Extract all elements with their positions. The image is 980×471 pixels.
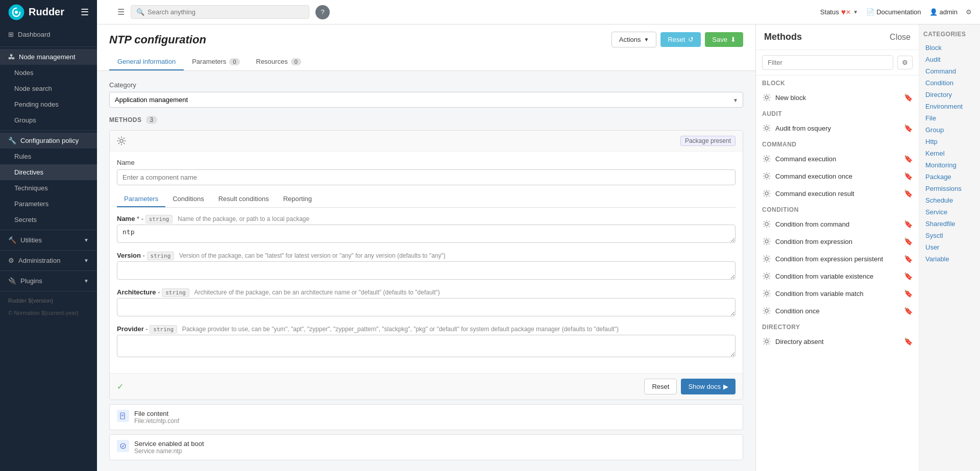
cat-schedule[interactable]: Schedule <box>923 194 976 206</box>
svg-point-15 <box>765 275 768 278</box>
category-select[interactable]: Application management <box>109 92 743 108</box>
sidebar-section-node-management[interactable]: 🖧 Node management <box>0 49 97 65</box>
save-icon: ⬇ <box>730 36 736 43</box>
cat-user[interactable]: User <box>923 241 976 253</box>
sidebar-divider-3 <box>0 230 97 230</box>
method-list-item-dir-absent[interactable]: Directory absent 🔖 <box>756 333 919 350</box>
cat-monitoring[interactable]: Monitoring <box>923 159 976 171</box>
category-group: Category Application management <box>109 81 743 108</box>
method-list-item-cond-expr-persistent[interactable]: Condition from expression persistent 🔖 <box>756 250 919 267</box>
bookmark-cond-once[interactable]: 🔖 <box>904 307 913 315</box>
documentation-link[interactable]: 📄 Documentation <box>866 8 921 16</box>
cat-package[interactable]: Package <box>923 171 976 183</box>
method-list-item-cond-once[interactable]: Condition once 🔖 <box>756 302 919 319</box>
bookmark-cond-var-match[interactable]: 🔖 <box>904 289 913 298</box>
param-provider-input[interactable] <box>117 335 736 357</box>
cat-group[interactable]: Group <box>923 124 976 136</box>
sidebar-item-techniques[interactable]: Techniques <box>0 180 97 196</box>
method-list-item-cond-var-match[interactable]: Condition from variable match 🔖 <box>756 285 919 302</box>
component-name-input[interactable] <box>117 169 736 185</box>
admin-menu[interactable]: 👤 admin <box>929 8 958 16</box>
method-list-item-cmd-exec[interactable]: Command execution 🔖 <box>756 150 919 167</box>
cat-kernel[interactable]: Kernel <box>923 147 976 159</box>
bookmark-cond-cmd[interactable]: 🔖 <box>904 220 913 228</box>
method-tab-parameters[interactable]: Parameters <box>117 191 165 207</box>
cat-directory[interactable]: Directory <box>923 89 976 101</box>
sidebar-item-node-search[interactable]: Node search <box>0 81 97 96</box>
tab-resources[interactable]: Resources 0 <box>248 54 309 70</box>
method-list-item-new-block[interactable]: New block 🔖 <box>756 89 919 106</box>
save-button[interactable]: Save ⬇ <box>705 32 743 47</box>
param-name-input[interactable]: ntp <box>117 225 736 243</box>
sidebar-toggle-main[interactable]: ☰ <box>117 7 125 17</box>
cat-environment[interactable]: Environment <box>923 101 976 112</box>
tab-general-information[interactable]: General information <box>109 54 184 70</box>
sidebar-section-config-policy[interactable]: 🔧 Configuration policy <box>0 133 97 148</box>
method-list-item-cond-cmd[interactable]: Condition from command 🔖 <box>756 215 919 233</box>
sidebar-item-groups[interactable]: Groups <box>0 112 97 128</box>
status-badge[interactable]: Status ♥ ✕ ▼ <box>820 8 858 17</box>
sidebar-item-pending-nodes[interactable]: Pending nodes <box>0 96 97 112</box>
sidebar-item-parameters[interactable]: Parameters <box>0 196 97 212</box>
cat-sharedfile[interactable]: Sharedfile <box>923 218 976 230</box>
method-list-item-cmd-exec-once[interactable]: Command execution once 🔖 <box>756 167 919 185</box>
bookmark-cmd-exec[interactable]: 🔖 <box>904 155 913 163</box>
status-chevron: ▼ <box>853 9 858 15</box>
methods-panel-close-button[interactable]: Close <box>890 33 911 42</box>
cat-sysctl[interactable]: Sysctl <box>923 230 976 241</box>
settings-icon[interactable]: ⚙ <box>966 8 972 16</box>
sidebar-item-directives[interactable]: Directives <box>0 164 97 180</box>
group-label-command: Command <box>756 137 919 150</box>
bookmark-cmd-exec-result[interactable]: 🔖 <box>904 189 913 197</box>
actions-button[interactable]: Actions ▼ <box>611 32 657 47</box>
filter-settings-button[interactable]: ⚙ <box>897 56 913 69</box>
sidebar-toggle-top[interactable]: ☰ <box>81 7 89 18</box>
method-name-cond-var-exist: Condition from variable existence <box>775 272 900 280</box>
search-input[interactable] <box>148 8 304 16</box>
reset-icon: ↺ <box>688 36 694 43</box>
parameters-badge: 0 <box>229 58 239 65</box>
methods-title: METHODS <box>109 116 142 123</box>
method-list-item-cmd-exec-result[interactable]: Command execution result 🔖 <box>756 185 919 202</box>
bookmark-cond-expr[interactable]: 🔖 <box>904 237 913 245</box>
sidebar-item-dashboard[interactable]: ⊞ Dashboard <box>0 24 97 44</box>
method-list-item-audit-osquery[interactable]: Audit from osquery 🔖 <box>756 119 919 137</box>
bookmark-cmd-exec-once[interactable]: 🔖 <box>904 172 913 180</box>
cat-permissions[interactable]: Permissions <box>923 183 976 194</box>
method-tab-conditions[interactable]: Conditions <box>165 191 211 207</box>
method-list-item-cond-var-exist[interactable]: Condition from variable existence 🔖 <box>756 267 919 285</box>
method-name-cond-expr: Condition from expression <box>775 238 900 245</box>
sidebar-item-nodes[interactable]: Nodes <box>0 65 97 81</box>
bookmark-dir-absent[interactable]: 🔖 <box>904 337 913 345</box>
param-version-input[interactable] <box>117 261 736 280</box>
show-docs-button[interactable]: Show docs ▶ <box>681 379 736 394</box>
reset-method-button[interactable]: Reset <box>644 379 677 394</box>
cat-http[interactable]: Http <box>923 136 976 147</box>
cat-service[interactable]: Service <box>923 206 976 218</box>
cat-command[interactable]: Command <box>923 65 976 77</box>
bookmark-cond-var-exist[interactable]: 🔖 <box>904 272 913 280</box>
cat-condition[interactable]: Condition <box>923 77 976 89</box>
sidebar-section-utilities[interactable]: 🔨 Utilities ▼ <box>0 232 97 248</box>
sidebar-item-secrets[interactable]: Secrets <box>0 212 97 228</box>
method-tab-result-conditions[interactable]: Result conditions <box>211 191 276 207</box>
tab-parameters[interactable]: Parameters 0 <box>184 54 248 70</box>
cat-block[interactable]: Block <box>923 42 976 54</box>
bookmark-audit-osquery[interactable]: 🔖 <box>904 124 913 132</box>
param-arch-input[interactable] <box>117 298 736 316</box>
cat-audit[interactable]: Audit <box>923 54 976 65</box>
filter-input[interactable] <box>762 55 893 70</box>
reset-button[interactable]: Reset ↺ <box>660 32 701 47</box>
sidebar-section-administration[interactable]: ⚙ Administration ▼ <box>0 253 97 268</box>
sidebar-section-plugins[interactable]: 🔌 Plugins ▼ <box>0 273 97 289</box>
sidebar-item-rules[interactable]: Rules <box>0 148 97 164</box>
cat-file[interactable]: File <box>923 112 976 124</box>
bookmark-new-block[interactable]: 🔖 <box>904 93 913 102</box>
bookmark-cond-expr-persistent[interactable]: 🔖 <box>904 255 913 263</box>
help-icon[interactable]: ? <box>315 5 330 19</box>
cat-variable[interactable]: Variable <box>923 253 976 265</box>
method-tab-reporting[interactable]: Reporting <box>276 191 319 207</box>
svg-point-7 <box>765 96 768 99</box>
param-row-provider: Provider - string Package provider to us… <box>117 325 736 359</box>
method-list-item-cond-expr[interactable]: Condition from expression 🔖 <box>756 233 919 250</box>
